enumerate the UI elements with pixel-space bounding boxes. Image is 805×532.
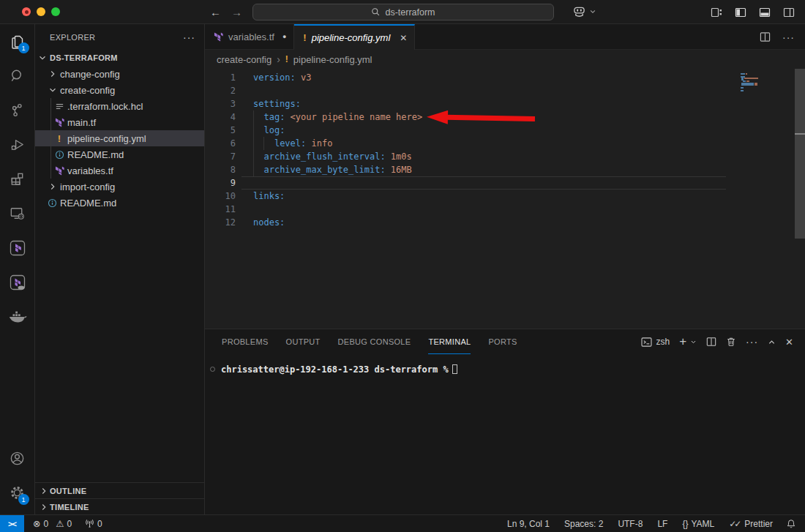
run-and-debug-icon xyxy=(9,136,26,153)
explorer-more-actions-icon[interactable]: ··· xyxy=(183,31,195,43)
tree-file-pipeline-config.yml[interactable]: !pipeline-config.yml xyxy=(35,130,204,146)
breadcrumb-folder[interactable]: create-config xyxy=(217,54,272,65)
panel-tab-output[interactable]: OUTPUT xyxy=(286,329,321,354)
breadcrumb-file[interactable]: pipeline-config.yml xyxy=(293,54,372,65)
encoding-status[interactable]: UTF-8 xyxy=(616,519,644,529)
activity-bar-terraform[interactable] xyxy=(0,231,35,265)
activity-bar-extensions[interactable] xyxy=(0,162,35,196)
tree-file-variables.tf[interactable]: variables.tf xyxy=(35,162,204,179)
code-line-8[interactable]: 8 archive_max_byte_limit: 16MB xyxy=(205,163,805,176)
panel-tab-terminal[interactable]: TERMINAL xyxy=(428,329,471,354)
problems-status[interactable]: ⊗ 0 ⚠ 0 xyxy=(31,518,73,529)
command-decoration-icon[interactable] xyxy=(210,367,215,372)
activity-bar-remote-explorer[interactable] xyxy=(0,196,35,231)
code-line-7[interactable]: 7 archive_flush_interval: 1m0s xyxy=(205,150,805,163)
tree-folder-create-config[interactable]: create-config xyxy=(35,82,204,98)
editor-scrollbar[interactable] xyxy=(795,69,805,239)
cursor-position-status[interactable]: Ln 9, Col 1 xyxy=(506,519,551,529)
activity-bar-search[interactable] xyxy=(0,59,35,93)
tree-file-readme.md[interactable]: README.md xyxy=(35,195,204,211)
code-line-10[interactable]: 10links: xyxy=(205,190,805,203)
kill-terminal-icon[interactable] xyxy=(726,337,736,347)
code-line-9[interactable]: 9 xyxy=(205,176,805,190)
chevron-down-icon[interactable] xyxy=(690,339,697,345)
copilot-icon[interactable] xyxy=(572,5,586,18)
tree-file-.terraform.lock.hcl[interactable]: .terraform.lock.hcl xyxy=(35,98,204,114)
code-line-4[interactable]: 4 tag: <your pipeline name here> xyxy=(205,110,805,124)
tree-folder-change-config[interactable]: change-config xyxy=(35,66,204,82)
eol-status[interactable]: LF xyxy=(656,519,669,529)
split-editor-icon[interactable] xyxy=(760,31,771,42)
activity-bar: 1 1 xyxy=(0,24,35,514)
activity-bar-explorer[interactable]: 1 xyxy=(0,24,35,59)
file-label: README.md xyxy=(67,149,124,160)
remote-indicator[interactable]: >< xyxy=(0,515,24,532)
activity-bar-run-debug[interactable] xyxy=(0,127,35,162)
terminal[interactable]: chrissatter@ip-192-168-1-233 ds-terrafor… xyxy=(205,354,805,375)
code-line-12[interactable]: 12nodes: xyxy=(205,216,805,229)
chevron-down-icon[interactable] xyxy=(589,8,596,15)
file-label: README.md xyxy=(60,198,116,209)
indent-guide xyxy=(253,163,254,176)
tree-root-ds-terraform[interactable]: DS-TERRAFORM xyxy=(35,50,204,66)
zoom-window-button[interactable] xyxy=(51,7,60,16)
panel-more-actions-icon[interactable]: ··· xyxy=(746,336,758,348)
code-line-11[interactable]: 11 xyxy=(205,203,805,216)
command-center-search[interactable]: ds-terraform xyxy=(252,4,554,20)
activity-bar-accounts[interactable] xyxy=(0,441,35,476)
editor-tab-pipeline-config.yml[interactable]: !pipeline-config.yml✕ xyxy=(294,24,415,50)
toggle-secondary-sidebar-icon[interactable] xyxy=(783,7,795,18)
language-mode-status[interactable]: {} YAML xyxy=(681,519,716,529)
modified-dot-icon[interactable]: ● xyxy=(282,33,286,40)
activity-bar-settings[interactable]: 1 xyxy=(0,476,35,510)
warning-file-icon: ! xyxy=(58,133,61,144)
activity-bar-source-control[interactable] xyxy=(0,93,35,127)
minimize-window-button[interactable] xyxy=(37,7,45,16)
chevron-right-icon xyxy=(39,502,49,512)
tree-file-readme.md[interactable]: README.md xyxy=(35,146,204,162)
activity-bar-terraform-cloud[interactable] xyxy=(0,265,35,299)
indentation-status[interactable]: Spaces: 2 xyxy=(563,519,604,529)
close-tab-icon[interactable]: ✕ xyxy=(400,33,407,43)
chevron-right-icon xyxy=(48,69,58,79)
toggle-panel-icon[interactable] xyxy=(759,7,771,18)
panel-tab-ports[interactable]: PORTS xyxy=(488,329,517,354)
panel-tab-debug-console[interactable]: DEBUG CONSOLE xyxy=(338,329,411,354)
code-line-1[interactable]: 1version: v3 xyxy=(205,71,805,84)
terminal-prompt: chrissatter@ip-192-168-1-233 ds-terrafor… xyxy=(221,364,449,375)
toggle-primary-sidebar-icon[interactable] xyxy=(735,7,746,18)
formatter-status[interactable]: ✓✓ Prettier xyxy=(727,519,774,529)
activity-bar-docker[interactable] xyxy=(0,299,35,334)
sidebar-section-outline[interactable]: OUTLINE xyxy=(35,482,204,498)
navigate-back-button[interactable]: ← xyxy=(210,6,221,18)
code-editor[interactable]: 1version: v323settings:4 tag: <your pipe… xyxy=(205,69,805,329)
panel-tab-problems[interactable]: PROBLEMS xyxy=(222,329,269,354)
minimap[interactable] xyxy=(741,73,792,91)
docker-icon xyxy=(8,309,27,325)
title-bar: ← → ds-terraform xyxy=(0,0,805,24)
tree-folder-import-config[interactable]: import-config xyxy=(35,179,204,195)
new-terminal-button[interactable]: + xyxy=(679,334,686,349)
editor-tab-variables.tf[interactable]: variables.tf● xyxy=(205,24,294,49)
maximize-panel-icon[interactable] xyxy=(768,338,776,346)
search-icon xyxy=(371,7,381,17)
split-terminal-icon[interactable] xyxy=(706,337,716,347)
close-window-button[interactable] xyxy=(22,7,31,16)
terminal-cursor xyxy=(452,364,457,374)
code-line-6[interactable]: 6 level: info xyxy=(205,137,805,150)
sidebar-section-timeline[interactable]: TIMELINE xyxy=(35,498,204,514)
terminal-shell-indicator[interactable]: zsh xyxy=(641,337,670,347)
notifications-bell-icon[interactable] xyxy=(786,519,796,529)
code-line-2[interactable]: 2 xyxy=(205,84,805,97)
file-label: import-config xyxy=(60,181,115,192)
line-number: 1 xyxy=(205,71,236,84)
navigate-forward-button[interactable]: → xyxy=(231,6,242,18)
customize-layout-icon[interactable] xyxy=(711,7,722,18)
line-number: 10 xyxy=(205,190,236,203)
tree-file-main.tf[interactable]: main.tf xyxy=(35,114,204,130)
editor-more-actions-icon[interactable]: ··· xyxy=(782,31,795,43)
code-line-5[interactable]: 5 log: xyxy=(205,124,805,137)
forwarded-ports-status[interactable]: 0 xyxy=(83,519,104,529)
close-panel-icon[interactable]: ✕ xyxy=(785,337,793,348)
warning-icon: ! xyxy=(285,54,288,64)
